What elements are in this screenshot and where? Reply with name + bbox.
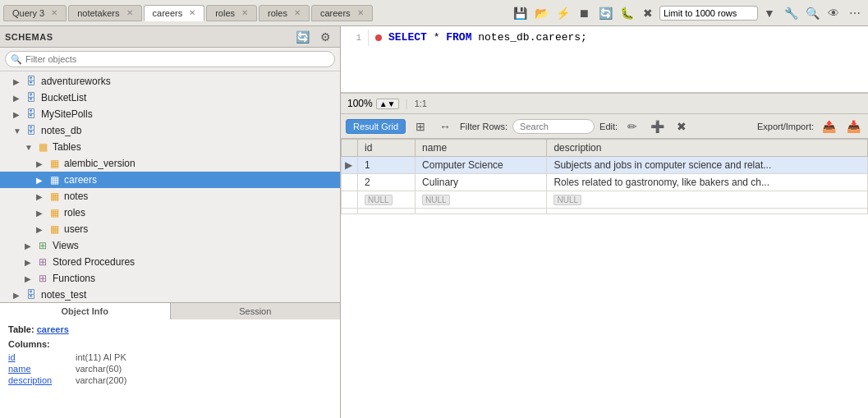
arrow-mysitepolls: ▶ [13,110,25,119]
col-name-name[interactable]: name [8,364,66,374]
tab-query3-label: Query 3 [12,8,44,18]
table-row[interactable] [342,209,868,214]
tab-notetakers-close[interactable]: ✕ [126,8,133,17]
tree-careers[interactable]: ▶ ▦ careers [0,172,340,188]
limit-arrow-icon[interactable]: ▼ [760,3,779,23]
export-label: Export/Import: [757,122,814,131]
filter-rows-input[interactable] [512,119,595,134]
visible-icon-btn[interactable]: 👁 [824,3,843,23]
zoom-stepper[interactable]: ▲▼ [376,99,399,109]
execute-icon-btn[interactable]: ⚡ [553,3,572,23]
cell-desc-2: Roles related to gastronomy, like bakers… [547,174,868,191]
tab-careers2-close[interactable]: ✕ [357,8,364,17]
filter-objects-input[interactable] [5,51,335,67]
tree-views[interactable]: ▶ ⊞ Views [0,237,340,254]
info-table-heading: Table: careers [8,324,332,334]
tab-query3[interactable]: Query 3 ✕ [3,5,67,21]
col-row-name: name varchar(60) [8,364,332,374]
results-area: Result Grid ⊞ ↔ Filter Rows: Edit: ✏ ➕ ✖… [341,114,868,418]
table-row[interactable]: ▶ 1 Computer Science Subjects and jobs i… [342,157,868,174]
wrap-icon[interactable]: ↔ [435,117,455,136]
refresh-icon-btn[interactable]: 🔄 [595,3,615,23]
tree-users[interactable]: ▶ ▦ users [0,221,340,237]
tab-roles[interactable]: roles ✕ [206,5,257,21]
tree-mysitepolls[interactable]: ▶ 🗄 MySitePolls [0,106,340,122]
schema-tree: ▶ 🗄 adventureworks ▶ 🗄 BucketList ▶ 🗄 My… [0,71,340,302]
col-type-id: int(11) AI PK [76,352,126,362]
arrow-tables: ▼ [25,143,36,152]
tab-session[interactable]: Session [171,303,341,319]
more-icon-btn[interactable]: ⋯ [845,3,865,23]
tree-bucketlist[interactable]: ▶ 🗄 BucketList [0,90,340,106]
table-icon-careers: ▦ [48,173,61,186]
tab-careers[interactable]: careers ✕ [144,5,205,21]
result-grid-tab[interactable]: Result Grid [346,119,406,134]
limit-input[interactable] [659,6,758,21]
editor-area[interactable]: 1 SELECT * FROM notes_db.careers; [341,26,868,92]
label-notes-test: notes_test [41,289,86,301]
sql-text: SELECT * FROM notes_db.careers; [388,30,587,46]
th-name[interactable]: name [416,140,547,157]
tab-roles-close[interactable]: ✕ [241,8,248,17]
tree-functions[interactable]: ▶ ⊞ Functions [0,270,340,287]
right-content: 1 SELECT * FROM notes_db.careers; 100% [341,26,868,418]
tree-adventureworks[interactable]: ▶ 🗄 adventureworks [0,73,340,90]
status-divider: | [406,98,408,109]
sidebar-search-area: 🔍 [0,48,340,71]
open-icon-btn[interactable]: 📂 [531,3,551,23]
db-icon-adventureworks: 🗄 [25,75,38,88]
table-row[interactable]: NULL NULL NULL [342,191,868,209]
tab-query3-close[interactable]: ✕ [51,8,57,17]
app-container: Query 3 ✕ notetakers ✕ careers ✕ roles ✕… [0,0,868,418]
table-folder-icon: ▦ [36,140,49,154]
tree-notes-db[interactable]: ▼ 🗄 notes_db [0,122,340,139]
col-type-description: varchar(200) [76,375,126,385]
table-row[interactable]: 2 Culinary Roles related to gastronomy, … [342,174,868,191]
sidebar-header-icons: 🔄 ⚙ [292,27,335,47]
arrow-adventureworks: ▶ [13,77,25,86]
tree-roles[interactable]: ▶ ▦ roles [0,204,340,221]
th-id[interactable]: id [358,140,416,157]
tab-notetakers[interactable]: notetakers ✕ [68,5,141,21]
cell-empty-desc [547,209,868,214]
cancel-icon-btn[interactable]: ✖ [638,3,658,23]
tree-tables-folder[interactable]: ▼ ▦ Tables [0,139,340,155]
zoom-value: 100% [347,98,373,109]
tab-careers2[interactable]: careers ✕ [311,5,373,21]
toggle-icon-btn[interactable]: 🔧 [781,3,801,23]
sql-from: FROM [446,31,471,44]
label-mysitepolls: MySitePolls [41,108,93,120]
import-icon[interactable]: 📥 [843,117,863,136]
tab-roles2-close[interactable]: ✕ [294,8,301,17]
view-folder-icon: ⊞ [36,239,49,252]
edit-pencil-icon[interactable]: ✏ [622,117,642,136]
schema-config-icon[interactable]: ⚙ [315,27,335,47]
label-bucketlist: BucketList [41,92,86,103]
tree-notes[interactable]: ▶ ▦ notes [0,188,340,204]
refresh-schema-icon[interactable]: 🔄 [292,27,312,47]
edit-add-icon[interactable]: ➕ [647,117,667,136]
tab-roles2[interactable]: roles ✕ [259,5,310,21]
grid-view-icon[interactable]: ⊞ [411,117,430,136]
edit-delete-icon[interactable]: ✖ [672,117,691,136]
tree-stored-procedures[interactable]: ▶ ⊞ Stored Procedures [0,254,340,270]
row-arrow-2 [342,174,358,191]
save-icon-btn[interactable]: 💾 [510,3,530,23]
tree-notes-test[interactable]: ▶ 🗄 notes_test [0,287,340,302]
columns-label: Columns: [8,339,332,349]
cell-empty-name [416,209,547,214]
cell-null-desc: NULL [547,191,868,209]
col-name-id[interactable]: id [8,352,66,362]
th-description[interactable]: description [547,140,868,157]
stop-icon-btn[interactable]: ⏹ [574,3,594,23]
tree-alembic-version[interactable]: ▶ ▦ alembic_version [0,155,340,172]
tab-careers-close[interactable]: ✕ [189,8,195,17]
db-icon-bucketlist: 🗄 [25,91,38,104]
find-icon-btn[interactable]: 🔍 [802,3,822,23]
col-name-description[interactable]: description [8,375,66,385]
label-notes: notes [64,191,88,202]
debug-icon-btn[interactable]: 🐛 [617,3,636,23]
tab-object-info[interactable]: Object Info [0,303,171,319]
export-icon[interactable]: 📤 [819,117,838,136]
query-editor: 1 SELECT * FROM notes_db.careers; [341,26,868,93]
